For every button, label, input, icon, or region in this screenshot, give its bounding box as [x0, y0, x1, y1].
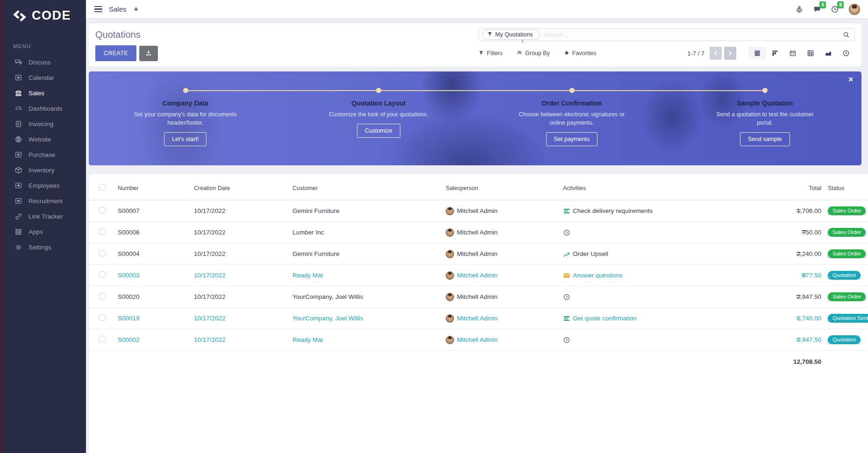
sidebar-item-label: Settings [28, 244, 51, 251]
step-title: Quotation Layout [282, 99, 476, 107]
brand-name: CODE [32, 8, 71, 23]
hamburger-menu-icon[interactable] [94, 6, 102, 13]
quotation-row-s00019[interactable]: S0001910/17/2022YourCompany, Joel Willis… [89, 308, 868, 329]
create-button[interactable]: CREATE [95, 45, 136, 61]
column-header-customer[interactable]: Customer [290, 185, 443, 191]
step-action-button[interactable]: Send sample [740, 132, 790, 146]
pager-next-button[interactable] [724, 47, 736, 60]
step-action-button[interactable]: Set payments [546, 132, 598, 146]
clock-icon[interactable] [563, 336, 570, 344]
sidebar-item-website[interactable]: Website [3, 132, 86, 147]
row-checkbox[interactable] [99, 250, 106, 256]
row-checkbox[interactable] [99, 271, 106, 278]
step-action-button[interactable]: Let's start! [164, 132, 206, 146]
cell-total: 1,706.00 [747, 207, 822, 214]
group-by-button[interactable]: Group By [517, 50, 550, 57]
quotation-row-s00002[interactable]: S0000210/17/2022Ready MatMitchell Admin2… [89, 329, 868, 351]
cell-customer: Gemini Furniture [290, 250, 443, 257]
quotation-row-s00020[interactable]: S0002010/17/2022YourCompany, Joel Willis… [89, 286, 868, 308]
sidebar-item-employees[interactable]: Employees [3, 178, 86, 193]
status-badge: Quotation Sent [828, 314, 868, 323]
activities-clock-icon[interactable]: 8 [831, 5, 839, 14]
quotation-row-s00004[interactable]: S0000410/17/2022Gemini FurnitureMitchell… [89, 243, 868, 265]
view-graph-button[interactable] [819, 47, 837, 60]
status-badge: Sales Order [828, 228, 866, 237]
pager-previous-button[interactable] [710, 47, 722, 60]
search-facet-my-quotations[interactable]: My Quotations x [482, 29, 540, 40]
sidebar-item-sales[interactable]: Sales [3, 85, 86, 101]
tasks-icon[interactable] [563, 207, 570, 215]
cell-number: S00003 [115, 272, 191, 279]
view-pivot-button[interactable] [802, 47, 819, 60]
envelope-icon[interactable] [563, 272, 570, 279]
star-icon [564, 50, 569, 57]
view-calendar-button[interactable] [784, 47, 802, 60]
view-kanban-button[interactable] [766, 47, 784, 60]
row-checkbox[interactable] [99, 336, 106, 342]
sidebar-item-invoicing[interactable]: Invoicing [3, 116, 86, 132]
quotation-row-s00007[interactable]: S0000710/17/2022Gemini FurnitureMitchell… [89, 200, 868, 222]
column-header-number[interactable]: Number [115, 185, 191, 191]
control-panel-right: Filters Group By [478, 47, 855, 60]
clock-icon[interactable] [563, 229, 570, 236]
sidebar-item-purchase[interactable]: Purchase [3, 147, 86, 163]
row-checkbox[interactable] [99, 207, 106, 213]
quotation-row-s00006[interactable]: S0000610/17/2022Lumber IncMitchell Admin… [89, 222, 868, 243]
banner-close-icon[interactable]: ✕ [848, 76, 854, 83]
chart-up-icon[interactable] [563, 250, 570, 258]
sidebar-item-link-tracker[interactable]: Link Tracker [3, 209, 86, 224]
select-all-checkbox[interactable] [99, 184, 106, 191]
layers-icon [517, 50, 522, 57]
quotation-row-s00003[interactable]: S0000310/17/2022Ready MatMitchell AdminA… [89, 265, 868, 286]
sidebar-item-recruitment[interactable]: Recruitment [3, 193, 86, 209]
sidebar-item-calendar[interactable]: Calendar [3, 70, 86, 85]
status-badge: Sales Order [828, 249, 866, 258]
sidebar-item-discuss[interactable]: Discuss [3, 55, 86, 70]
cell-salesperson: Mitchell Admin [457, 293, 498, 300]
column-header-total[interactable]: Total [747, 185, 822, 191]
pager: 1-7 / 7 [687, 47, 736, 60]
search-facet-label: My Quotations [495, 31, 533, 38]
clock-icon[interactable] [563, 293, 570, 301]
column-header-status[interactable]: Status [822, 185, 868, 191]
control-panel: Quotations My Quotations x [89, 23, 861, 67]
row-checkbox[interactable] [99, 228, 106, 235]
filters-button[interactable]: Filters [478, 50, 503, 57]
column-header-activities[interactable]: Activities [560, 185, 747, 191]
cell-activity: Check delivery requirements [573, 207, 653, 214]
user-avatar[interactable] [848, 3, 861, 15]
view-list-button[interactable] [748, 47, 766, 60]
favorites-button[interactable]: Favorites [564, 50, 596, 57]
column-header-creation-date[interactable]: Creation Date [191, 185, 290, 191]
column-header-salesperson[interactable]: Salesperson [443, 185, 560, 191]
search-input[interactable] [540, 31, 843, 39]
salesperson-avatar [446, 207, 454, 215]
search-icon[interactable] [843, 31, 850, 38]
view-activity-button[interactable] [837, 47, 855, 60]
status-badge: Sales Order [828, 206, 866, 215]
app-title[interactable]: Sales [109, 5, 127, 13]
table-header-row: Number Creation Date Customer Salesperso… [89, 176, 868, 200]
step-action-button[interactable]: Customize [357, 124, 400, 138]
cell-total: 877.50 [747, 272, 822, 279]
sidebar-item-settings[interactable]: Settings [3, 240, 86, 255]
debug-bug-icon[interactable] [795, 5, 804, 14]
sidebar-item-inventory[interactable]: Inventory [3, 163, 86, 178]
status-badge: Quotation [828, 271, 861, 280]
cell-number: S00007 [115, 207, 191, 214]
sales-icon [14, 89, 22, 97]
facet-remove-icon[interactable]: x [521, 39, 524, 44]
row-checkbox[interactable] [99, 314, 106, 321]
sidebar-item-dashboards[interactable]: Dashboards [3, 101, 86, 116]
export-button[interactable] [139, 46, 158, 61]
sidebar-item-apps[interactable]: Apps [3, 224, 86, 240]
cell-customer: YourCompany, Joel Willis [290, 293, 443, 300]
steps-connector-line [185, 90, 765, 91]
cell-salesperson: Mitchell Admin [457, 207, 498, 214]
tasks-icon[interactable] [563, 315, 570, 322]
onboarding-step-sample-quotation: Sample QuotationSend a quotation to test… [669, 99, 862, 146]
sidebar: CODE MENU DiscussCalendarSalesDashboards… [0, 0, 86, 453]
messages-icon[interactable]: 5 [813, 5, 821, 14]
new-tab-button[interactable]: + [134, 5, 138, 14]
row-checkbox[interactable] [99, 293, 106, 299]
